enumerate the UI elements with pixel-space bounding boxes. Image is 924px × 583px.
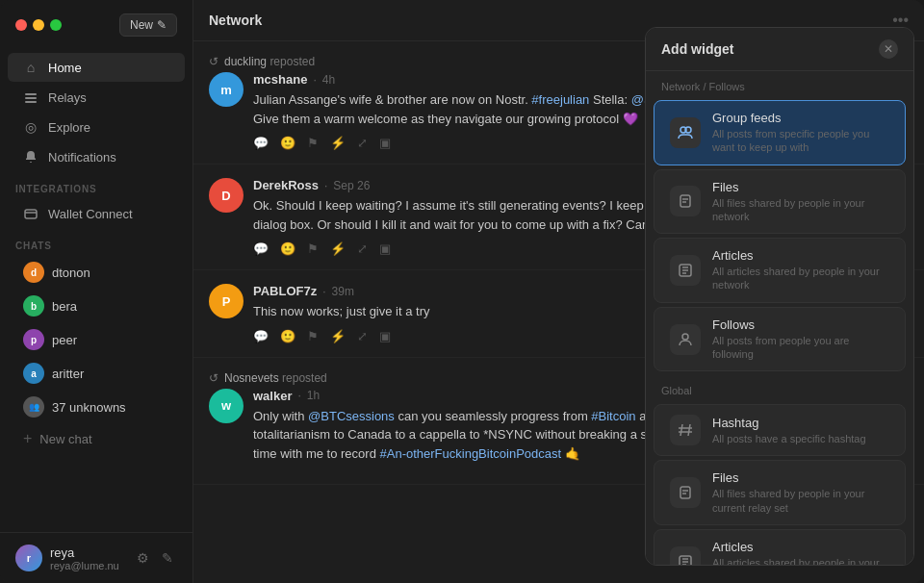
reply-button[interactable]: 💬: [253, 329, 269, 343]
explore-icon: ◎: [23, 119, 38, 135]
react-button[interactable]: 🙂: [280, 136, 295, 150]
group-feeds-icon: [670, 117, 701, 148]
sidebar: New ✎ ⌂ Home Relays ◎: [0, 0, 192, 583]
sidebar-item-notifications[interactable]: Notifications: [8, 142, 185, 171]
repost-icon: ↺: [209, 371, 218, 385]
hashtag: #Bitcoin: [591, 409, 635, 423]
post-author: PABLOF7z: [253, 284, 317, 298]
traffic-lights: [15, 19, 62, 31]
widget-desc: All articles shared by people in your ne…: [712, 265, 889, 292]
share-button[interactable]: ▣: [379, 241, 391, 256]
avatar: w: [209, 389, 244, 423]
mention[interactable]: @BTCsessions: [308, 409, 395, 423]
share-button[interactable]: ▣: [379, 329, 391, 343]
user-avatar: r: [15, 545, 42, 571]
widget-desc: All posts from people you are following: [712, 334, 889, 362]
settings-icon[interactable]: ⚙: [133, 548, 152, 568]
widget-item-follows[interactable]: Follows All posts from people you are fo…: [654, 307, 906, 372]
lightning-button[interactable]: ⚡: [330, 241, 346, 256]
bookmark-button[interactable]: ⚑: [307, 241, 319, 256]
avatar: a: [23, 363, 44, 384]
lightning-button[interactable]: ⚡: [330, 136, 346, 150]
post-time: ·: [322, 285, 325, 298]
widget-name: Group feeds: [712, 111, 889, 125]
post-time: 4h: [322, 73, 335, 87]
compose-icon[interactable]: ✎: [158, 548, 177, 568]
avatar: d: [23, 262, 44, 283]
maximize-traffic-light[interactable]: [50, 19, 62, 31]
svg-point-8: [682, 334, 688, 340]
relays-icon: [23, 89, 38, 105]
repost-icon: ↺: [209, 55, 218, 68]
widget-desc: All files shared by people in your netwo…: [712, 196, 889, 224]
sidebar-item-relays[interactable]: Relays: [8, 83, 185, 112]
widget-desc: All files shared by people in your curre…: [712, 487, 889, 515]
reply-button[interactable]: 💬: [253, 136, 269, 150]
sidebar-nav: ⌂ Home Relays ◎ Explore: [0, 44, 192, 532]
hashtag: #An-otherFuckingBitcoinPodcast: [380, 446, 562, 461]
react-button[interactable]: 🙂: [280, 241, 295, 256]
sidebar-item-home[interactable]: ⌂ Home: [8, 53, 185, 82]
modal-close-button[interactable]: ✕: [879, 39, 898, 59]
post-time: 39m: [332, 285, 354, 298]
new-chat-button[interactable]: + New chat: [8, 424, 185, 453]
expand-button[interactable]: ⤢: [357, 241, 368, 256]
react-button[interactable]: 🙂: [280, 329, 295, 343]
widget-name: Hashtag: [712, 416, 889, 430]
post-time: ·: [313, 73, 316, 87]
bookmark-button[interactable]: ⚑: [307, 136, 319, 150]
sidebar-footer: r reya reya@lume.nu ⚙ ✎: [0, 532, 192, 583]
user-handle: reya@lume.nu: [50, 560, 125, 571]
lightning-button[interactable]: ⚡: [330, 329, 346, 343]
widget-item-files-global[interactable]: Files All files shared by people in your…: [654, 460, 906, 525]
widget-desc: All posts have a specific hashtag: [712, 432, 889, 445]
integrations-section-label: INTEGRATIONS: [0, 172, 192, 198]
post-time: ·: [297, 389, 300, 402]
sidebar-item-wallet[interactable]: Wallet Connect: [8, 199, 185, 228]
post-time: ·: [324, 179, 327, 192]
avatar: p: [23, 329, 44, 350]
post-time: Sep 26: [333, 179, 370, 192]
bookmark-button[interactable]: ⚑: [307, 329, 319, 343]
avatar: m: [209, 72, 244, 107]
avatar: b: [23, 295, 44, 317]
widget-name: Files: [712, 180, 889, 194]
widget-name: Articles: [712, 248, 889, 263]
close-traffic-light[interactable]: [15, 19, 27, 31]
widget-name: Files: [712, 470, 889, 485]
files-global-icon: [670, 477, 701, 508]
svg-rect-0: [25, 93, 37, 95]
sidebar-item-chat-bera[interactable]: b bera: [8, 290, 185, 322]
widget-item-articles[interactable]: Articles All articles shared by people i…: [654, 238, 906, 303]
sidebar-item-chat-unknowns[interactable]: 👥 37 unknowns: [8, 391, 185, 423]
app-window: New ✎ ⌂ Home Relays ◎: [0, 0, 924, 583]
hashtag-icon: [670, 415, 701, 445]
files-icon: [670, 186, 701, 216]
modal-title: Add widget: [661, 41, 733, 57]
reply-button[interactable]: 💬: [253, 241, 269, 256]
widget-item-files[interactable]: Files All files shared by people in your…: [654, 169, 906, 235]
svg-rect-2: [25, 101, 37, 103]
new-button[interactable]: New ✎: [119, 13, 177, 37]
sidebar-header: New ✎: [0, 0, 192, 44]
widget-name: Articles: [712, 540, 889, 554]
main-title: Network: [209, 13, 262, 28]
post-author: DerekRoss: [253, 178, 319, 192]
expand-button[interactable]: ⤢: [357, 136, 368, 150]
sidebar-item-explore[interactable]: ◎ Explore: [8, 113, 185, 141]
add-widget-modal: Add widget ✕ Network / Follows Group fee…: [645, 27, 914, 566]
share-button[interactable]: ▣: [379, 136, 391, 150]
follows-icon: [670, 324, 701, 355]
widget-desc: All articles shared by people in your cu…: [712, 556, 889, 566]
section-label-network-follows: Network / Follows: [646, 71, 913, 96]
sidebar-item-chat-peer[interactable]: p peer: [8, 323, 185, 356]
widget-item-articles-global[interactable]: Articles All articles shared by people i…: [654, 529, 906, 566]
avatar: D: [209, 178, 244, 213]
widget-item-hashtag[interactable]: Hashtag All posts have a specific hashta…: [654, 404, 906, 456]
footer-icons: ⚙ ✎: [133, 548, 177, 568]
expand-button[interactable]: ⤢: [357, 329, 368, 343]
sidebar-item-chat-dtonon[interactable]: d dtonon: [8, 256, 185, 289]
widget-item-group-feeds[interactable]: Group feeds All posts from specific peop…: [654, 100, 906, 165]
minimize-traffic-light[interactable]: [33, 19, 44, 31]
sidebar-item-chat-aritter[interactable]: a aritter: [8, 357, 185, 390]
